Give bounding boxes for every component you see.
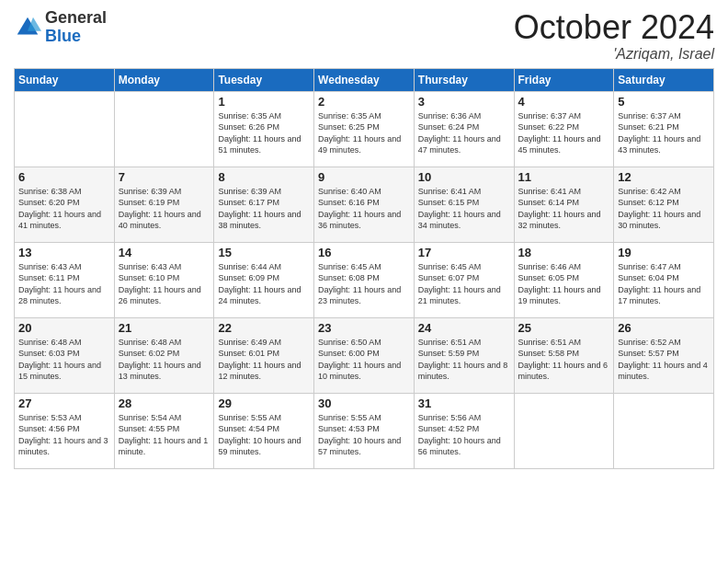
day-number: 22 (218, 321, 310, 335)
day-number: 15 (218, 246, 310, 259)
day-daylight: Daylight: 11 hours and 8 minutes. (418, 361, 508, 382)
day-number: 11 (518, 170, 610, 184)
day-sunset: Sunset: 6:10 PM (119, 273, 180, 282)
day-number: 30 (318, 396, 410, 410)
day-number: 10 (418, 170, 510, 184)
day-daylight: Daylight: 11 hours and 13 minutes. (119, 361, 201, 382)
header: General Blue October 2024 'Azriqam, Isra… (14, 9, 714, 63)
day-number: 31 (418, 396, 510, 410)
day-sunrise: Sunrise: 6:39 AM (218, 187, 281, 196)
table-row (15, 91, 115, 167)
day-sunset: Sunset: 5:58 PM (518, 349, 580, 358)
day-sunset: Sunset: 6:09 PM (218, 273, 279, 282)
col-tuesday: Tuesday (214, 68, 314, 91)
day-daylight: Daylight: 11 hours and 19 minutes. (518, 285, 601, 306)
table-row: 29 Sunrise: 5:55 AM Sunset: 4:54 PM Dayl… (214, 393, 314, 468)
day-number: 23 (318, 321, 410, 335)
logo: General Blue (14, 9, 107, 46)
day-daylight: Daylight: 11 hours and 10 minutes. (318, 361, 401, 382)
calendar-week-row: 6 Sunrise: 6:38 AM Sunset: 6:20 PM Dayli… (15, 167, 714, 242)
day-sunset: Sunset: 6:03 PM (18, 349, 80, 358)
table-row: 6 Sunrise: 6:38 AM Sunset: 6:20 PM Dayli… (15, 167, 115, 242)
day-daylight: Daylight: 10 hours and 56 minutes. (418, 436, 501, 457)
day-number: 27 (18, 396, 110, 410)
day-daylight: Daylight: 11 hours and 51 minutes. (218, 134, 301, 155)
calendar-week-row: 1 Sunrise: 6:35 AM Sunset: 6:26 PM Dayli… (15, 91, 714, 167)
day-sunrise: Sunrise: 5:55 AM (318, 413, 381, 422)
day-sunrise: Sunrise: 6:43 AM (18, 262, 82, 271)
day-daylight: Daylight: 10 hours and 57 minutes. (318, 436, 401, 457)
day-sunrise: Sunrise: 6:37 AM (518, 111, 582, 121)
day-sunset: Sunset: 6:08 PM (318, 273, 380, 282)
day-number: 8 (218, 170, 310, 184)
day-sunrise: Sunrise: 6:35 AM (218, 111, 281, 121)
day-sunset: Sunset: 6:07 PM (418, 273, 480, 282)
calendar-week-row: 20 Sunrise: 6:48 AM Sunset: 6:03 PM Dayl… (15, 317, 714, 393)
day-daylight: Daylight: 11 hours and 17 minutes. (618, 285, 700, 306)
day-daylight: Daylight: 11 hours and 21 minutes. (418, 285, 501, 306)
logo-general-text: General (45, 8, 107, 27)
day-daylight: Daylight: 10 hours and 59 minutes. (218, 436, 301, 457)
day-sunset: Sunset: 6:01 PM (218, 349, 279, 358)
table-row: 11 Sunrise: 6:41 AM Sunset: 6:14 PM Dayl… (514, 167, 614, 242)
day-number: 14 (119, 246, 210, 259)
calendar-week-row: 27 Sunrise: 5:53 AM Sunset: 4:56 PM Dayl… (15, 393, 714, 468)
day-daylight: Daylight: 11 hours and 49 minutes. (318, 134, 401, 155)
table-row: 24 Sunrise: 6:51 AM Sunset: 5:59 PM Dayl… (414, 317, 514, 393)
table-row: 19 Sunrise: 6:47 AM Sunset: 6:04 PM Dayl… (614, 242, 714, 317)
table-row (614, 393, 714, 468)
day-sunset: Sunset: 6:02 PM (119, 349, 180, 358)
day-sunrise: Sunrise: 6:42 AM (618, 187, 681, 196)
day-sunset: Sunset: 6:04 PM (618, 273, 679, 282)
day-number: 2 (318, 95, 410, 109)
day-sunset: Sunset: 4:52 PM (418, 424, 480, 433)
table-row: 17 Sunrise: 6:45 AM Sunset: 6:07 PM Dayl… (414, 242, 514, 317)
day-sunrise: Sunrise: 5:54 AM (119, 413, 182, 422)
table-row: 13 Sunrise: 6:43 AM Sunset: 6:11 PM Dayl… (15, 242, 115, 317)
day-number: 4 (518, 95, 610, 109)
day-number: 6 (18, 170, 110, 184)
table-row: 25 Sunrise: 6:51 AM Sunset: 5:58 PM Dayl… (514, 317, 614, 393)
day-daylight: Daylight: 11 hours and 15 minutes. (18, 361, 101, 382)
table-row: 7 Sunrise: 6:39 AM Sunset: 6:19 PM Dayli… (114, 167, 214, 242)
day-sunset: Sunset: 6:11 PM (18, 273, 80, 282)
day-sunset: Sunset: 6:20 PM (18, 198, 80, 207)
table-row: 20 Sunrise: 6:48 AM Sunset: 6:03 PM Dayl… (15, 317, 115, 393)
day-sunrise: Sunrise: 6:47 AM (618, 262, 681, 271)
day-number: 18 (518, 246, 610, 259)
table-row: 31 Sunrise: 5:56 AM Sunset: 4:52 PM Dayl… (414, 393, 514, 468)
day-sunrise: Sunrise: 6:41 AM (418, 187, 482, 196)
day-daylight: Daylight: 11 hours and 36 minutes. (318, 210, 401, 231)
day-sunset: Sunset: 6:14 PM (518, 198, 580, 207)
table-row: 1 Sunrise: 6:35 AM Sunset: 6:26 PM Dayli… (214, 91, 314, 167)
day-sunset: Sunset: 6:22 PM (518, 122, 580, 132)
day-sunrise: Sunrise: 5:53 AM (18, 413, 82, 422)
day-sunrise: Sunrise: 6:51 AM (418, 338, 482, 347)
table-row: 2 Sunrise: 6:35 AM Sunset: 6:25 PM Dayli… (314, 91, 415, 167)
day-sunrise: Sunrise: 6:46 AM (518, 262, 582, 271)
day-daylight: Daylight: 11 hours and 12 minutes. (218, 361, 301, 382)
logo-blue-text: Blue (45, 27, 81, 45)
day-daylight: Daylight: 11 hours and 24 minutes. (218, 285, 301, 306)
day-sunset: Sunset: 6:17 PM (218, 198, 279, 207)
day-number: 19 (618, 246, 710, 259)
page: General Blue October 2024 'Azriqam, Isra… (0, 0, 728, 563)
day-sunset: Sunset: 6:00 PM (318, 349, 380, 358)
day-number: 26 (618, 321, 710, 335)
title-block: October 2024 'Azriqam, Israel (514, 9, 714, 63)
table-row: 21 Sunrise: 6:48 AM Sunset: 6:02 PM Dayl… (114, 317, 214, 393)
day-number: 21 (119, 321, 210, 335)
day-sunset: Sunset: 4:54 PM (218, 424, 279, 433)
day-number: 9 (318, 170, 410, 184)
day-sunrise: Sunrise: 6:45 AM (418, 262, 482, 271)
day-number: 5 (618, 95, 710, 109)
day-sunrise: Sunrise: 6:39 AM (119, 187, 182, 196)
day-sunrise: Sunrise: 5:55 AM (218, 413, 281, 422)
day-sunset: Sunset: 5:59 PM (418, 349, 480, 358)
table-row: 3 Sunrise: 6:36 AM Sunset: 6:24 PM Dayli… (414, 91, 514, 167)
table-row: 5 Sunrise: 6:37 AM Sunset: 6:21 PM Dayli… (614, 91, 714, 167)
day-sunrise: Sunrise: 6:36 AM (418, 111, 482, 121)
day-daylight: Daylight: 11 hours and 43 minutes. (618, 134, 700, 155)
day-number: 3 (418, 95, 510, 109)
day-number: 29 (218, 396, 310, 410)
